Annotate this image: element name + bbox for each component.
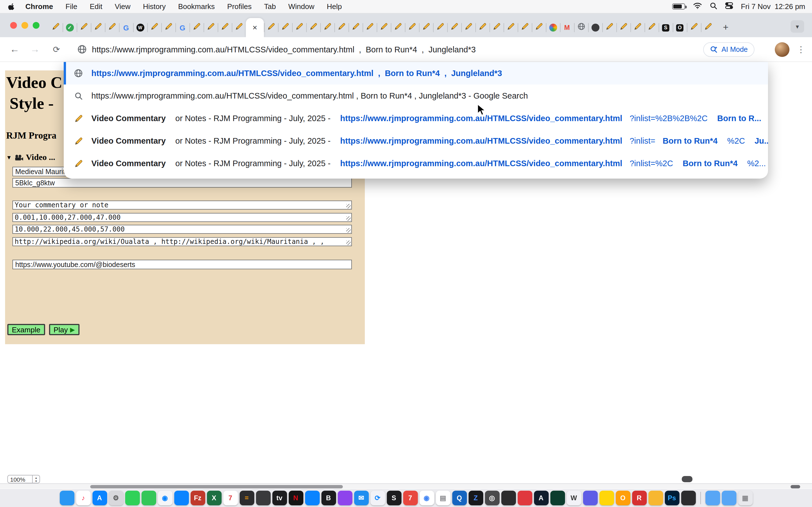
browser-tab[interactable] [490,18,504,37]
horizontal-scrollbar[interactable] [0,483,812,489]
dock-app-icon[interactable]: ▤ [436,491,450,505]
menu-bar-clock[interactable]: Fri 7 Nov 12:26 pm [741,2,805,11]
browser-tab[interactable] [588,18,602,37]
browser-tab[interactable] [218,18,232,37]
browser-tab[interactable] [645,18,659,37]
browser-tab[interactable] [105,18,119,37]
suggestion-row[interactable]: Video Commentary or Notes - RJM Programm… [64,129,768,152]
browser-tab[interactable] [602,18,616,37]
suggestion-row[interactable]: https://www.rjmprogramming.com.au/HTMLCS… [64,62,768,84]
menu-profiles[interactable]: Profiles [221,2,258,11]
fullscreen-window-button[interactable] [33,22,40,29]
browser-tab[interactable] [49,18,63,37]
dock-app-icon[interactable]: W [566,491,581,505]
browser-tab[interactable] [147,18,161,37]
browser-tab[interactable] [546,18,560,37]
play-button[interactable]: Play▶ [49,324,80,335]
browser-tab[interactable] [391,18,405,37]
browser-tab[interactable] [518,18,532,37]
dock-app-icon[interactable]: R [632,491,647,505]
dock-app-icon[interactable]: ◎ [485,491,499,505]
dock-app-icon[interactable]: N [289,491,303,505]
links-textarea[interactable]: http://wikipedia.org/wiki/Oualata , http… [12,237,352,246]
browser-tab[interactable] [504,18,518,37]
dock-app-icon[interactable] [501,491,516,505]
suggestion-row[interactable]: Video Commentary or Notes - RJM Programm… [64,152,768,175]
tab-close-icon[interactable]: ✕ [252,24,257,31]
menu-chrome[interactable]: Chrome [19,2,59,11]
video-details-summary[interactable]: ▼ Video ... [6,153,55,162]
ai-mode-button[interactable]: AI Mode [703,42,755,57]
profile-avatar[interactable] [775,42,790,57]
zoom-stepper[interactable]: ▴▾ [32,475,40,483]
omnibox-input[interactable]: https://www.rjmprogramming.com.au/HTMLCS… [92,45,476,54]
browser-tab[interactable] [320,18,335,37]
browser-tab[interactable] [292,18,306,37]
browser-tab[interactable] [349,18,363,37]
browser-tab[interactable]: O [673,18,687,37]
browser-tab[interactable]: ✓ [63,18,77,37]
browser-tab[interactable] [433,18,447,37]
browser-menu-button[interactable]: ⋮ [797,45,805,55]
dock-app-icon[interactable] [174,491,189,505]
browser-tab[interactable] [630,18,645,37]
dock-app-icon[interactable]: ▦ [738,491,753,505]
browser-tab[interactable]: W [133,18,147,37]
spotlight-search-icon[interactable] [710,2,717,11]
dock-app-icon[interactable] [681,491,696,505]
browser-tab[interactable] [532,18,546,37]
dock-app-icon[interactable]: 7 [403,491,417,505]
browser-tab[interactable] [278,18,292,37]
dock-app-icon[interactable]: O [615,491,630,505]
browser-tab[interactable] [190,18,204,37]
tab-overflow-button[interactable]: ▾ [791,20,804,33]
scrollbar-thumb[interactable] [90,485,343,488]
browser-tab[interactable] [701,18,715,37]
dock-app-icon[interactable] [338,491,352,505]
close-window-button[interactable] [10,22,17,29]
browser-tab[interactable]: S [659,18,673,37]
dock-app-icon[interactable]: 7 [223,491,238,505]
dock-app-icon[interactable]: A [534,491,548,505]
dock-app-icon[interactable]: = [239,491,254,505]
dock-app-icon[interactable] [141,491,156,505]
browser-tab[interactable] [363,18,377,37]
dock-app-icon[interactable] [550,491,565,505]
browser-tab[interactable]: G [175,18,190,37]
menu-view[interactable]: View [109,2,137,11]
dock-app-icon[interactable] [648,491,663,505]
dock-app-icon[interactable] [721,491,736,505]
apple-menu-icon[interactable] [8,2,16,11]
browser-tab[interactable] [204,18,218,37]
wifi-icon[interactable] [693,2,702,11]
menu-file[interactable]: File [59,2,84,11]
browser-tab[interactable] [405,18,419,37]
dock-app-icon[interactable]: ⟳ [370,491,385,505]
dock-app-icon[interactable] [305,491,319,505]
menu-help[interactable]: Help [320,2,348,11]
browser-tab[interactable] [687,18,701,37]
browser-tab[interactable] [616,18,630,37]
reload-button[interactable]: ⟳ [50,43,63,56]
dock-app-icon[interactable] [705,491,720,505]
battery-icon[interactable] [672,3,685,10]
browser-tab[interactable]: M [560,18,574,37]
dock-app-icon[interactable]: A [92,491,107,505]
browser-tab[interactable] [335,18,349,37]
channel-url-input[interactable] [12,260,352,269]
commentary-textarea[interactable]: Your commentary or note [12,201,352,210]
dock-app-icon[interactable]: Fz [190,491,205,505]
browser-tab[interactable]: G [119,18,133,37]
dock-app-icon[interactable]: Z [468,491,483,505]
browser-tab[interactable] [475,18,490,37]
browser-tab[interactable] [447,18,461,37]
menu-edit[interactable]: Edit [84,2,109,11]
menu-tab[interactable]: Tab [258,2,282,11]
browser-tab[interactable] [419,18,433,37]
back-button[interactable]: ← [8,43,21,56]
browser-tab[interactable] [461,18,475,37]
browser-tab[interactable] [161,18,175,37]
dock-app-icon[interactable]: tv [272,491,287,505]
dock-app-icon[interactable]: X [207,491,221,505]
browser-tab[interactable] [377,18,391,37]
